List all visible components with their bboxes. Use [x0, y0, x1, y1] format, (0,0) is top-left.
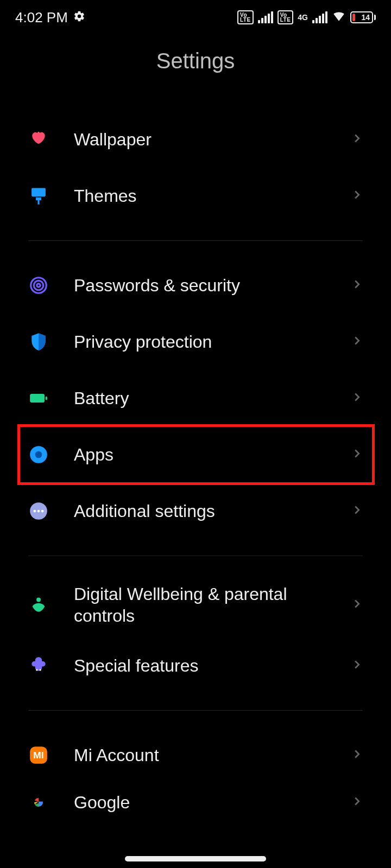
settings-item-wallpaper[interactable]: Wallpaper [0, 111, 391, 168]
settings-item-passwords-security[interactable]: Passwords & security [0, 257, 391, 314]
svg-text:MI: MI [33, 750, 43, 761]
settings-item-google[interactable]: Google [0, 783, 391, 821]
chevron-right-icon [351, 189, 363, 203]
shield-icon [28, 331, 49, 352]
battery-icon [28, 388, 49, 409]
settings-item-special-features[interactable]: Special features [0, 637, 391, 694]
settings-item-themes[interactable]: Themes [0, 168, 391, 224]
volte-icon: VoLTE [278, 10, 294, 24]
divider [28, 240, 363, 241]
settings-item-digital-wellbeing[interactable]: Digital Wellbeing & parental controls [0, 572, 391, 637]
wellbeing-icon [28, 595, 49, 615]
row-label: Wallpaper [74, 129, 152, 150]
row-label: Google [74, 792, 130, 813]
network-type: 4G [298, 14, 308, 21]
chevron-right-icon [351, 598, 363, 612]
settings-item-additional-settings[interactable]: Additional settings [0, 483, 391, 539]
battery-icon: 14 [350, 11, 376, 23]
settings-item-mi-account[interactable]: MI Mi Account [0, 727, 391, 783]
chevron-right-icon [351, 659, 363, 673]
status-time: 4:02 PM [15, 9, 68, 26]
page-title: Settings [0, 49, 391, 73]
chevron-right-icon [351, 278, 363, 292]
signal-icon [312, 11, 327, 23]
more-icon [28, 501, 49, 521]
svg-point-14 [36, 598, 41, 602]
mi-icon: MI [28, 745, 49, 765]
svg-point-16 [40, 669, 41, 671]
themes-icon [28, 186, 49, 206]
row-label: Privacy protection [74, 331, 212, 353]
special-features-icon [28, 655, 49, 676]
signal-icon [258, 11, 273, 23]
chevron-right-icon [351, 132, 363, 146]
fingerprint-icon [28, 275, 49, 296]
highlight-box [17, 424, 375, 485]
svg-rect-0 [31, 188, 45, 197]
chevron-right-icon [351, 391, 363, 405]
svg-rect-1 [36, 197, 41, 200]
svg-point-12 [37, 510, 40, 513]
svg-rect-7 [46, 397, 47, 400]
svg-point-9 [35, 451, 42, 458]
chevron-right-icon [351, 795, 363, 809]
svg-point-15 [36, 669, 37, 671]
wifi-icon [332, 9, 346, 27]
gear-icon [73, 9, 85, 26]
svg-point-4 [34, 280, 43, 290]
svg-rect-6 [30, 394, 45, 403]
settings-list: Wallpaper Themes Passwords & security Pr… [0, 111, 391, 821]
row-label: Passwords & security [74, 275, 240, 296]
svg-point-13 [41, 510, 44, 513]
status-bar: 4:02 PM VoLTE VoLTE 4G 14 [0, 0, 391, 35]
row-label: Additional settings [74, 500, 215, 522]
divider [28, 710, 363, 711]
row-label: Special features [74, 655, 198, 676]
volte-icon: VoLTE [237, 10, 254, 24]
chevron-right-icon [351, 504, 363, 518]
svg-point-11 [34, 510, 36, 513]
settings-item-privacy-protection[interactable]: Privacy protection [0, 314, 391, 370]
navigation-bar[interactable] [0, 856, 391, 861]
row-label: Mi Account [74, 744, 159, 766]
apps-icon [28, 444, 49, 465]
wallpaper-icon [28, 129, 49, 150]
settings-item-battery[interactable]: Battery [0, 370, 391, 426]
google-icon [28, 792, 49, 813]
chevron-right-icon [351, 748, 363, 762]
row-label: Themes [74, 185, 137, 207]
svg-rect-2 [37, 200, 39, 205]
svg-point-5 [37, 284, 40, 287]
row-label: Battery [74, 387, 129, 409]
row-label: Digital Wellbeing & parental controls [74, 583, 307, 627]
home-handle[interactable] [125, 856, 266, 861]
chevron-right-icon [351, 448, 363, 462]
chevron-right-icon [351, 335, 363, 349]
divider [28, 556, 363, 556]
settings-item-apps[interactable]: Apps [0, 426, 391, 483]
row-label: Apps [74, 444, 113, 465]
